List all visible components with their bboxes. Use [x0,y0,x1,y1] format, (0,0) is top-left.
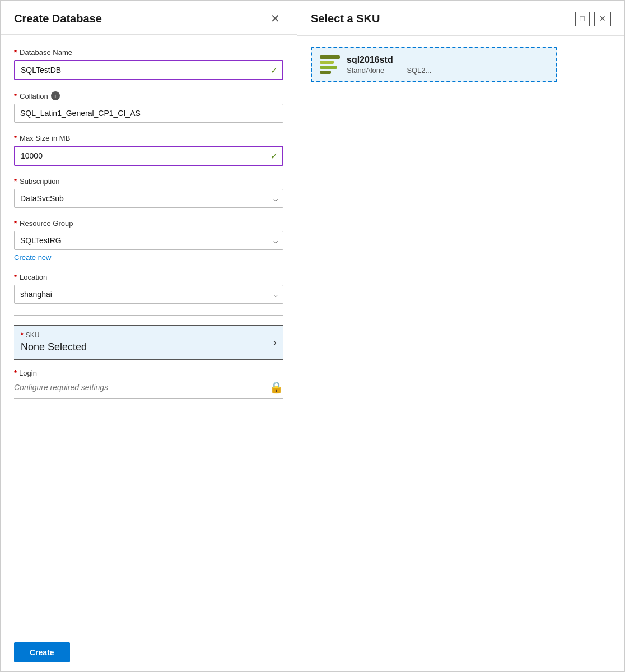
sku-bar-3 [320,66,337,69]
required-star-loc: * [14,273,17,281]
location-select-wrapper: shanghai ⌵ [14,285,283,304]
location-label: * Location [14,273,283,281]
sku-value: None Selected [21,341,87,353]
database-name-input-wrapper: ✓ [14,60,283,80]
right-header-actions: □ ✕ [575,12,611,26]
left-panel-footer: Create [1,633,297,671]
collation-input[interactable] [14,104,283,123]
sku-field-left: * SKU None Selected [21,331,87,353]
sku-label-row: * SKU [21,331,87,339]
left-panel-header: Create Database ✕ [1,1,297,35]
login-label-row: * Login [14,369,283,377]
location-field-group: * Location shanghai ⌵ [14,273,283,304]
collation-field-group: * Collation i [14,91,283,123]
database-name-field-group: * Database Name ✓ [14,48,283,80]
right-panel-content: sql2016std StandAlone SQL2... [297,36,624,671]
resource-group-field-group: * Resource Group SQLTestRG ⌵ Create new [14,219,283,262]
required-star-login: * [14,369,17,377]
required-star-rg: * [14,219,17,228]
resource-group-label: * Resource Group [14,219,283,228]
sku-item-name: sql2016std [347,55,431,65]
required-star-maxsize: * [14,134,17,142]
sku-item-icon [320,55,340,74]
minimize-icon: □ [580,14,585,23]
database-name-label: * Database Name [14,48,283,57]
max-size-field-group: * Max Size in MB ✓ [14,134,283,166]
sku-item-sql-version: SQL2... [407,66,431,75]
sku-field[interactable]: * SKU None Selected › [14,325,283,360]
subscription-label: * Subscription [14,177,283,186]
right-panel-header: Select a SKU □ ✕ [297,1,624,36]
collation-label: * Collation i [14,91,283,100]
sku-chevron-right-icon: › [273,336,277,349]
minimize-button[interactable]: □ [575,12,590,26]
sku-divider [14,315,283,316]
required-star-collation: * [14,92,17,100]
right-close-icon: ✕ [599,14,606,23]
left-panel-close-button[interactable]: ✕ [267,12,283,25]
sku-item-standalone: StandAlone [347,66,384,75]
select-sku-panel: Select a SKU □ ✕ sql2016std [297,1,624,671]
sku-item-info: sql2016std StandAlone SQL2... [347,55,431,75]
required-star: * [14,48,17,57]
subscription-select-wrapper: DataSvcSub ⌵ [14,189,283,208]
resource-group-select-wrapper: SQLTestRG ⌵ [14,231,283,250]
collation-info-icon[interactable]: i [51,91,60,100]
max-size-input-wrapper: ✓ [14,146,283,166]
left-panel-title: Create Database [14,12,102,25]
location-select[interactable]: shanghai [14,285,283,304]
close-icon: ✕ [270,12,280,25]
sku-list-item[interactable]: sql2016std StandAlone SQL2... [311,47,557,82]
login-input-wrapper[interactable]: Configure required settings 🔒 [14,381,283,399]
max-size-label: * Max Size in MB [14,134,283,142]
required-star-sub: * [14,177,17,186]
required-star-sku: * [21,331,24,339]
collation-input-wrapper [14,104,283,123]
subscription-select[interactable]: DataSvcSub [14,189,283,208]
left-panel-content: * Database Name ✓ * Collation i [1,35,297,633]
sku-item-sub-row: StandAlone SQL2... [347,66,431,75]
sku-bar-1 [320,55,340,59]
create-new-resource-group-link[interactable]: Create new [14,253,51,262]
resource-group-select[interactable]: SQLTestRG [14,231,283,250]
subscription-field-group: * Subscription DataSvcSub ⌵ [14,177,283,208]
create-button[interactable]: Create [14,642,70,662]
sku-bar-4 [320,71,331,74]
max-size-input[interactable] [14,146,283,166]
create-database-panel: Create Database ✕ * Database Name ✓ [1,1,297,671]
lock-icon: 🔒 [269,381,283,394]
login-placeholder: Configure required settings [14,383,108,392]
sku-bar-2 [320,61,334,64]
right-panel-close-button[interactable]: ✕ [594,12,611,26]
login-field-group: * Login Configure required settings 🔒 [14,369,283,399]
right-panel-title: Select a SKU [311,12,380,25]
database-name-input[interactable] [14,60,283,80]
